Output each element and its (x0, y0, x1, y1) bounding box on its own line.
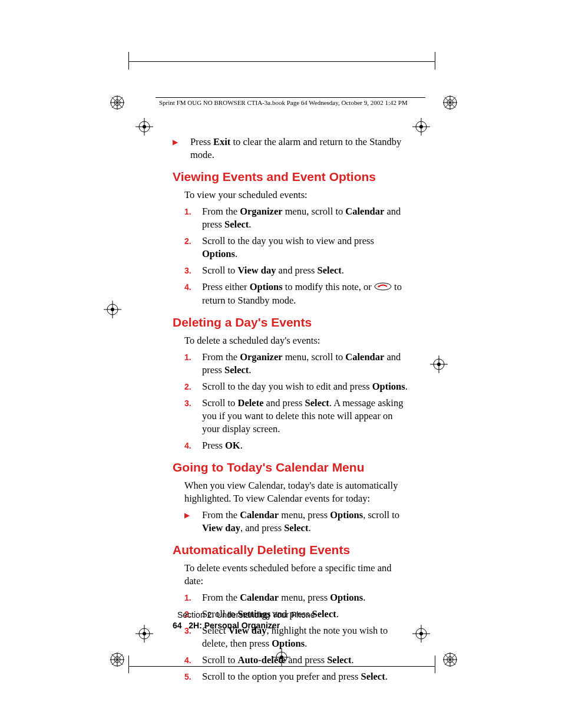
step-item: 4.Press either Options to modify this no… (184, 281, 408, 307)
triangle-bullet-icon: ▶ (184, 509, 202, 522)
bold-text: Select (305, 397, 329, 409)
text: . (308, 522, 310, 533)
text: menu, press (279, 592, 330, 603)
text: . (249, 364, 251, 375)
text: Scroll to the day you wish to view and p… (202, 235, 374, 246)
section-heading: Viewing Events and Event Options (173, 170, 408, 184)
step-text: Scroll to the day you wish to edit and p… (202, 380, 408, 393)
text: . (385, 671, 388, 682)
bold-text: Select (318, 265, 342, 276)
bullet-item: ▶ From the Calendar menu, press Options,… (184, 509, 408, 535)
step-number: 1. (184, 591, 202, 604)
step-number: 4. (184, 439, 202, 452)
step-item: 1.From the Organizer menu, scroll to Cal… (184, 205, 408, 231)
step-text: Scroll to Auto-delete and press Select. (202, 654, 354, 667)
screw-icon (109, 651, 125, 670)
text: and press (286, 654, 327, 666)
text: . (305, 638, 307, 649)
lead-text: To view your scheduled events: (184, 189, 408, 202)
bold-text: View day (238, 265, 276, 276)
bold-text: Options (272, 638, 305, 649)
text: Scroll to (202, 397, 238, 409)
crop-mark (435, 655, 435, 673)
step-text: From the Organizer menu, scroll to Calen… (202, 351, 408, 377)
step-number: 4. (184, 281, 202, 294)
step-text: Scroll to the day you wish to view and p… (202, 235, 408, 261)
bold-text: Calendar (345, 351, 384, 363)
step-item: 3.Scroll to View day and press Select. (184, 264, 408, 277)
crop-mark (128, 61, 435, 62)
text: From the (202, 351, 240, 363)
step-text: Scroll to Delete and press Select. A mes… (202, 397, 408, 436)
step-number: 1. (184, 205, 202, 218)
end-key-icon (374, 281, 392, 294)
text: menu, press (279, 509, 330, 521)
bold-text: Select (327, 654, 351, 666)
step-text: From the Organizer menu, scroll to Calen… (202, 205, 408, 231)
step-item: 4.Scroll to Auto-delete and press Select… (184, 654, 408, 667)
step-item: 4.Press OK. (184, 439, 408, 452)
step-number: 5. (184, 670, 202, 683)
text: . (363, 592, 365, 603)
crop-mark (128, 52, 129, 70)
intro-bullet: ▶ Press Exit to clear the alarm and retu… (173, 136, 408, 162)
step-list: 1.From the Organizer menu, scroll to Cal… (173, 205, 408, 307)
bold-text: Select (361, 671, 385, 682)
text: . (342, 265, 344, 276)
text: Scroll to (202, 265, 238, 276)
crop-mark (128, 655, 129, 673)
lead-text: To delete events scheduled before a spec… (184, 562, 408, 588)
footer-section: Section 2: Understanding Your Phone (177, 610, 315, 620)
bold-text: Select (224, 364, 249, 375)
registration-mark-icon (135, 118, 153, 136)
bold-text: Delete (238, 397, 264, 409)
section-heading: Deleting a Day's Events (173, 315, 408, 330)
step-item: 2.Scroll to the day you wish to edit and… (184, 380, 408, 393)
svg-point-52 (375, 283, 391, 290)
text: From the (202, 592, 240, 603)
text: Press (190, 136, 213, 147)
bold-text: Select (312, 608, 336, 620)
bold-text: Options (330, 509, 363, 521)
page: Sprint FM OUG NO BROWSER CTIA-3a.book Pa… (0, 0, 562, 728)
text: and press (263, 397, 305, 409)
crop-mark (435, 52, 435, 70)
text: . (351, 654, 353, 666)
screw-icon (109, 94, 125, 113)
lead-text: When you view Calendar, today's date is … (184, 479, 408, 505)
text: , and press (240, 522, 284, 533)
step-list: 1.From the Organizer menu, scroll to Cal… (173, 351, 408, 452)
step-item: 5.Scroll to the option you prefer and pr… (184, 670, 408, 683)
text: . (405, 381, 408, 392)
bold-text: Organizer (240, 206, 282, 217)
step-text: Press OK. (202, 439, 243, 452)
intro-text: Press Exit to clear the alarm and return… (190, 136, 408, 162)
text: Press (202, 440, 225, 451)
bold-text: Select (284, 522, 308, 533)
text: menu, scroll to (283, 206, 346, 217)
bold-text: Options (250, 281, 283, 292)
step-number: 3. (184, 397, 202, 410)
text: Press either (202, 281, 250, 292)
bold-text: Options (372, 381, 405, 392)
bold-text: Organizer (240, 351, 282, 363)
bold-text: Calendar (240, 509, 279, 521)
bold-text: Options (330, 592, 363, 603)
step-number: 4. (184, 654, 202, 667)
bold-text: Calendar (240, 592, 279, 603)
section-heading: Going to Today's Calendar Menu (173, 460, 408, 475)
registration-mark-icon (104, 301, 121, 318)
text: , scroll to (363, 509, 399, 521)
registration-mark-icon (430, 355, 448, 373)
text: to modify this note, or (283, 281, 374, 292)
svg-point-53 (378, 286, 379, 288)
bold-text: Calendar (345, 206, 384, 217)
step-number: 2. (184, 380, 202, 393)
page-number: 64 (173, 621, 182, 630)
bold-text: Auto-delete (238, 654, 286, 666)
registration-mark-icon (412, 118, 430, 136)
bold-text: View day (202, 522, 240, 533)
bold-text: Options (202, 248, 235, 259)
bullet-text: From the Calendar menu, press Options, s… (202, 509, 408, 535)
lead-text: To delete a scheduled day's events: (184, 334, 408, 347)
